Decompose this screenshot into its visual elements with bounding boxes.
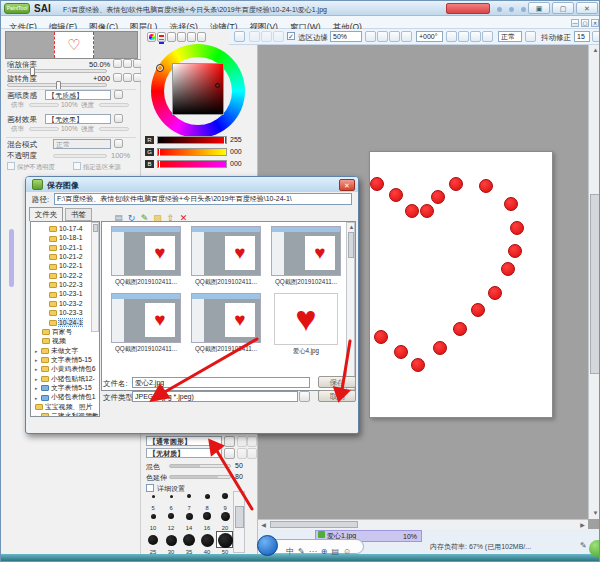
stabilizer-button[interactable] (592, 31, 600, 42)
size-scroll-thumb[interactable] (235, 506, 244, 528)
file-scrollbar[interactable]: ▲ (346, 222, 355, 390)
file-thumb-QQ截图2019102411...[interactable]: ♥QQ截图2019102411... (188, 226, 264, 287)
rotate-ccw-small-button[interactable] (113, 73, 122, 82)
file-thumb-QQ截图2019102411...[interactable]: ♥QQ截图2019102411... (108, 226, 184, 287)
canvas-vertical-scrollbar[interactable]: ▲ ▼ (588, 45, 600, 519)
cancel-button[interactable]: 取消 (318, 390, 356, 402)
brush-size-30[interactable] (166, 535, 177, 546)
brush-size-8[interactable] (205, 494, 210, 499)
path-input[interactable]: F:\百度经验、表情包\软件电脑百度经验+今日头条\2019年百度经验\10-2… (54, 193, 352, 205)
tool-button[interactable] (234, 31, 245, 42)
filetype-select[interactable]: JPEG (*.jpg *.jpeg) (132, 391, 298, 402)
ime-icon-⋯[interactable]: ⋯ (309, 545, 317, 559)
file-thumb-QQ截图2019102411...[interactable]: ♥QQ截图2019102411... (108, 293, 184, 354)
brush-size-14[interactable] (186, 513, 193, 520)
blend-mode-select[interactable]: 正常 (498, 31, 522, 42)
brush-size-35[interactable] (183, 534, 195, 546)
tab-folders[interactable]: 文件夹 (29, 207, 63, 221)
brush-size-25[interactable] (148, 535, 158, 545)
paper-texture-button[interactable] (114, 90, 123, 99)
zoom-minus-button[interactable] (113, 59, 122, 68)
preserve-opacity-checkbox[interactable] (7, 162, 15, 170)
ime-icon-中[interactable]: 中 (286, 545, 294, 559)
rotation-field[interactable]: +000° (416, 31, 443, 42)
mdi-close-button[interactable]: ✕ (591, 19, 599, 27)
rotate-ccw-button[interactable] (458, 31, 469, 42)
stabilizer-select[interactable]: 15 (574, 31, 590, 42)
tree-item-二建水利视频教[interactable]: ▸二建水利视频教 (35, 411, 99, 416)
tree-scroll-thumb[interactable] (93, 224, 98, 232)
brush-size-10[interactable] (151, 514, 156, 519)
close-button[interactable]: ✕ (576, 2, 598, 14)
dialog-title-bar[interactable]: 保存图像 ✕ (26, 177, 358, 192)
rotate-cw-small-button[interactable] (123, 73, 132, 82)
zoom-field[interactable]: 50% (330, 31, 362, 42)
brush-size-6[interactable] (170, 495, 173, 498)
brush-size-16[interactable] (203, 512, 211, 520)
zoom-in-button[interactable] (389, 31, 400, 42)
mdi-restore-button[interactable]: ▢ (581, 19, 589, 27)
navigator-preview[interactable]: ♡ (5, 31, 138, 59)
ime-icon-☺[interactable]: ☺ (343, 545, 351, 559)
brush-size-5[interactable] (152, 495, 155, 498)
rotate-reset-button[interactable] (446, 31, 457, 42)
canvas-horizontal-scrollbar[interactable]: ◀ ▶ (258, 519, 588, 529)
opacity-slider[interactable] (53, 154, 107, 158)
pencil-icon[interactable]: ✎ (580, 541, 587, 550)
brush-size-50[interactable] (218, 533, 233, 548)
filetype-dropdown-button[interactable] (299, 391, 310, 402)
rotate-slider[interactable] (7, 83, 107, 87)
overlay-download-button[interactable] (446, 3, 490, 14)
zoom-slider[interactable] (7, 69, 107, 73)
zoom-plus-button[interactable] (123, 59, 132, 68)
minimize-button[interactable]: ▣ (528, 2, 550, 14)
save-button[interactable]: 保存 (318, 376, 356, 388)
brush-size-7[interactable] (187, 494, 191, 498)
tree-scrollbar[interactable] (91, 222, 99, 332)
material-effect-button[interactable] (114, 114, 123, 123)
paper-strength-slider[interactable] (99, 103, 129, 107)
vscroll-thumb[interactable] (590, 194, 600, 374)
effect-scale-slider[interactable] (29, 127, 59, 131)
tool-button[interactable] (273, 31, 284, 42)
panel-scrollbar[interactable] (9, 229, 14, 287)
brush-size-20[interactable] (221, 512, 230, 521)
blend-mode-button[interactable] (525, 31, 536, 42)
paper-scale-slider[interactable] (29, 103, 59, 107)
tab-bookmarks[interactable]: 书签 (65, 208, 92, 221)
blend-mode-small-button[interactable] (114, 139, 123, 148)
zoom-fit-button[interactable] (401, 31, 412, 42)
brush-size-12[interactable] (168, 513, 174, 519)
tool-button[interactable] (261, 31, 272, 42)
selection-edge-checkbox[interactable]: ✓ (287, 32, 295, 40)
scroll-up-icon[interactable]: ▲ (591, 46, 600, 55)
brush-size-40[interactable] (201, 534, 214, 547)
mdi-minimize-button[interactable]: — (571, 19, 579, 27)
filename-input[interactable]: 爱心2.jpg (132, 377, 310, 388)
canvas-page[interactable] (369, 151, 553, 418)
brush-size-9[interactable] (222, 493, 228, 499)
zoom-out-button[interactable] (377, 31, 388, 42)
floating-ball-icon[interactable] (589, 540, 600, 557)
flip-button[interactable] (482, 31, 493, 42)
scroll-down-icon[interactable]: ▼ (591, 509, 600, 518)
file-thumb-爱心4.jpg[interactable]: ♥爱心4.jpg (268, 293, 344, 356)
ime-logo-icon[interactable] (257, 535, 278, 556)
file-thumb-QQ截图2019102411...[interactable]: ♥QQ截图2019102411... (188, 293, 264, 354)
dialog-close-button[interactable]: ✕ (339, 179, 355, 191)
file-thumb-QQ截图2019102411...[interactable]: ♥QQ截图2019102411... (268, 226, 344, 287)
scroll-up-icon[interactable]: ▲ (348, 223, 355, 232)
size-grid-scrollbar[interactable] (233, 491, 245, 553)
rotate-cw-button[interactable] (470, 31, 481, 42)
hscroll-thumb[interactable] (270, 521, 358, 528)
ime-icon-✎[interactable]: ✎ (298, 545, 305, 559)
ime-toolbar[interactable]: 中✎⋯⊕▤☺ (267, 539, 364, 554)
restore-button[interactable]: ▢ (552, 2, 574, 14)
ime-icon-⊕[interactable]: ⊕ (321, 545, 328, 559)
material-effect-select[interactable]: 【无效果】 (45, 114, 111, 124)
effect-strength-slider[interactable] (99, 127, 129, 131)
tool-button[interactable] (249, 31, 260, 42)
blend-mode-select-left[interactable]: 正常 (53, 139, 111, 149)
ime-icon-▤[interactable]: ▤ (331, 545, 339, 559)
zoom-reset-button[interactable] (365, 31, 376, 42)
